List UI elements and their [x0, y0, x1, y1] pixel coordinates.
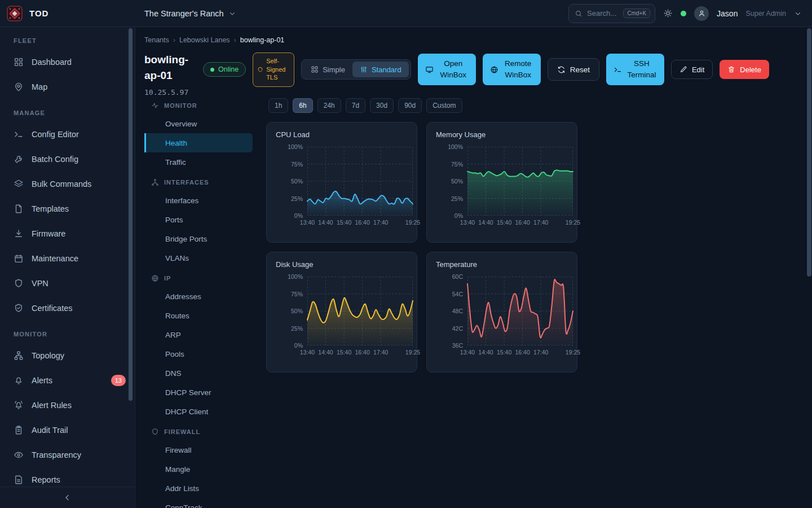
sidebar-item-alert-rules[interactable]: Alert Rules — [0, 393, 135, 418]
sidebar-item-label: Alerts — [32, 376, 52, 385]
search-box[interactable]: Cmd+K — [568, 4, 655, 23]
mode-simple-button[interactable]: Simple — [303, 62, 352, 77]
sidebar-item-dashboard[interactable]: Dashboard — [0, 50, 135, 75]
subnav-item-addr-lists[interactable]: Addr Lists — [144, 479, 253, 498]
time-range-90d[interactable]: 90d — [398, 98, 422, 113]
breadcrumb-tenants[interactable]: Tenants — [144, 36, 169, 44]
subnav-item-bridge-ports[interactable]: Bridge Ports — [144, 229, 253, 248]
x-axis-tick: 16:40 — [515, 219, 529, 226]
sliders-icon — [360, 65, 368, 73]
sidebar-item-vpn[interactable]: VPN — [0, 271, 135, 296]
subnav-item-dhcp-server[interactable]: DHCP Server — [144, 383, 253, 402]
sidebar-item-bulk-commands[interactable]: Bulk Commands — [0, 172, 135, 196]
subnav-item-mangle[interactable]: Mangle — [144, 459, 253, 479]
sidebar-item-label: Certificates — [32, 304, 73, 313]
sidebar-item-maintenance[interactable]: Maintenance — [0, 246, 135, 271]
tenant-selector[interactable]: The Stranger's Ranch — [144, 9, 236, 18]
subnav-item-arp[interactable]: ARP — [144, 325, 253, 344]
pin-icon — [14, 82, 24, 92]
x-axis-tick: 17:40 — [373, 219, 388, 226]
x-axis-tick: 13:40 — [300, 349, 315, 356]
time-range-30d[interactable]: 30d — [370, 98, 394, 113]
sidebar-collapse-button[interactable] — [0, 487, 135, 508]
badge-check-icon — [14, 303, 24, 313]
sidebar-item-templates[interactable]: Templates — [0, 196, 135, 221]
chart-plot-area — [307, 277, 413, 345]
subnav-item-interfaces[interactable]: Interfaces — [144, 191, 253, 210]
subnav-item-pools[interactable]: Pools — [144, 344, 253, 364]
time-range-1h[interactable]: 1h — [268, 98, 288, 113]
main-scrollbar[interactable] — [807, 28, 811, 277]
bell-icon — [14, 375, 24, 386]
open-winbox-button[interactable]: Open WinBox — [418, 54, 476, 85]
subnav-item-overview[interactable]: Overview — [144, 114, 253, 133]
x-axis-tick: 17:40 — [373, 349, 388, 356]
delete-button[interactable]: Delete — [720, 60, 769, 79]
sidebar-item-audit-trail[interactable]: Audit Trail — [0, 418, 135, 443]
sidebar-item-topology[interactable]: Topology — [0, 343, 135, 368]
subnav-item-dns[interactable]: DNS — [144, 364, 253, 383]
subnav-item-dhcp-client[interactable]: DHCP Client — [144, 402, 253, 421]
eye-icon — [14, 450, 24, 460]
x-axis-tick: 14:40 — [478, 349, 493, 356]
remote-winbox-button[interactable]: Remote WinBox — [483, 54, 541, 85]
time-range-6h[interactable]: 6h — [293, 98, 312, 113]
sidebar-item-batch-config[interactable]: Batch Config — [0, 147, 135, 172]
sidebar-scrollbar[interactable] — [129, 28, 133, 401]
sidebar: FLEETDashboardMapMANAGEConfig EditorBatc… — [0, 27, 135, 508]
app-logo-icon — [7, 6, 23, 21]
alerts-count-badge: 13 — [111, 375, 126, 386]
subnav-item-traffic[interactable]: Traffic — [144, 152, 253, 172]
y-axis-tick: 0% — [294, 342, 303, 349]
subnav-item-conntrack[interactable]: ConnTrack — [144, 498, 253, 508]
search-input[interactable] — [587, 9, 619, 17]
breadcrumb-tenant-name[interactable]: Lebowski Lanes — [179, 36, 230, 44]
y-axis-tick: 100% — [288, 273, 303, 280]
x-axis-tick: 19:25 — [566, 349, 580, 356]
sidebar-item-certificates[interactable]: Certificates — [0, 296, 135, 321]
time-range-7d[interactable]: 7d — [346, 98, 365, 113]
health-charts-grid: CPU Load0%25%50%75%100%13:4014:4015:4016… — [266, 122, 577, 373]
subnav-item-health[interactable]: Health — [144, 133, 253, 152]
edit-button[interactable]: Edit — [671, 60, 713, 79]
sidebar-item-config-editor[interactable]: Config Editor — [0, 122, 135, 147]
subnav-item-vlans[interactable]: VLANs — [144, 248, 253, 268]
sidebar-item-transparency[interactable]: Transparency — [0, 443, 135, 467]
subnav-item-routes[interactable]: Routes — [144, 306, 253, 325]
sidebar-item-label: Alert Rules — [32, 401, 72, 410]
reset-button[interactable]: Reset — [548, 58, 599, 81]
connection-status-dot — [681, 11, 686, 16]
sidebar-item-label: Topology — [32, 351, 64, 360]
share-icon — [151, 178, 159, 186]
brand: TOD — [0, 6, 135, 21]
user-menu-chevron-icon[interactable] — [794, 10, 802, 17]
chart-plot-area — [307, 147, 413, 216]
chart-title: Memory Usage — [436, 130, 568, 139]
topbar: TOD The Stranger's Ranch Cmd+K Jason Sup… — [0, 0, 812, 27]
y-axis-tick: 100% — [288, 143, 303, 150]
wrench-icon — [14, 154, 24, 164]
subnav-item-addresses[interactable]: Addresses — [144, 287, 253, 306]
grid-icon — [14, 57, 24, 67]
sidebar-item-map[interactable]: Map — [0, 75, 135, 99]
subnav-item-firewall[interactable]: Firewall — [144, 440, 253, 459]
time-range-custom[interactable]: Custom — [426, 98, 462, 113]
y-axis-tick: 50% — [291, 178, 303, 185]
ssh-terminal-button[interactable]: SSH Terminal — [606, 54, 664, 85]
mode-standard-button[interactable]: Standard — [352, 62, 409, 77]
subnav-item-ports[interactable]: Ports — [144, 210, 253, 229]
chart-title: Disk Usage — [276, 260, 408, 269]
y-axis-tick: 60C — [452, 273, 463, 280]
y-axis-tick: 48C — [452, 308, 463, 314]
subnav-section-ip: IP — [144, 268, 253, 287]
cpu-load-chart: CPU Load0%25%50%75%100%13:4014:4015:4016… — [266, 122, 417, 243]
user-avatar[interactable] — [694, 6, 709, 21]
search-shortcut-badge: Cmd+K — [623, 8, 650, 18]
time-range-24h[interactable]: 24h — [317, 98, 341, 113]
theme-toggle-sun-icon[interactable] — [663, 8, 673, 18]
main-content: Tenants › Lebowski Lanes › bowling-ap-01… — [135, 27, 812, 508]
sidebar-item-alerts[interactable]: Alerts13 — [0, 368, 135, 393]
sidebar-item-firmware[interactable]: Firmware — [0, 221, 135, 246]
calendar-icon — [14, 253, 24, 264]
x-axis-tick: 14:40 — [478, 219, 493, 226]
